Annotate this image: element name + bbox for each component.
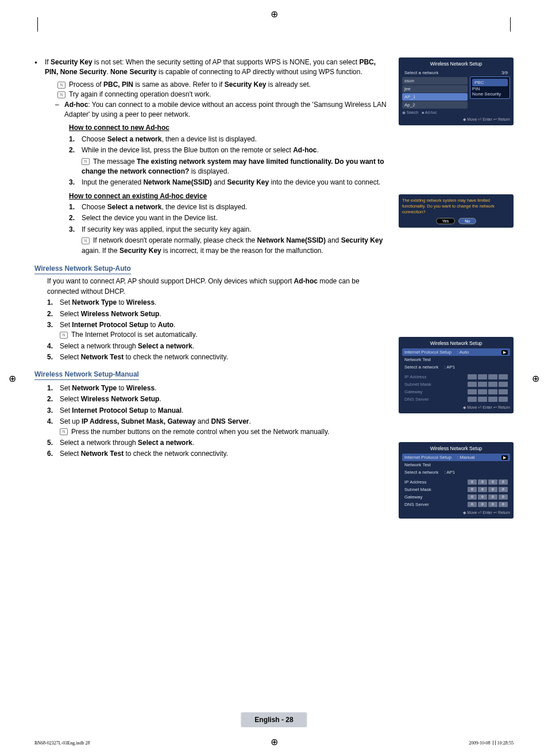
text: and xyxy=(326,236,341,244)
text-bold: Security Key xyxy=(227,178,269,186)
text: Set xyxy=(60,406,72,415)
label: Network Test xyxy=(404,357,431,362)
bullet-security-key: If Security Key is not set: When the sec… xyxy=(34,57,387,256)
text: to check the network connectivity. xyxy=(124,353,228,361)
text: . xyxy=(159,310,161,318)
ip-octet[interactable]: 0 xyxy=(488,487,497,492)
text-bold: Ad-hoc xyxy=(294,277,318,285)
text: . xyxy=(317,146,319,154)
text: . xyxy=(192,439,194,447)
text: and xyxy=(212,178,227,186)
text-bold: Security Key xyxy=(225,80,267,89)
text: and xyxy=(196,417,211,425)
ip-octet[interactable]: 0 xyxy=(499,487,508,492)
ip-octet[interactable]: 0 xyxy=(499,502,508,507)
osd-setup-auto: Wireless Network Setup Internet Protocol… xyxy=(399,337,514,413)
yes-button[interactable]: Yes xyxy=(436,218,455,224)
list-item: jee xyxy=(402,85,468,93)
text: . xyxy=(192,342,194,350)
label: Select a network xyxy=(404,364,438,370)
text: Set xyxy=(60,321,72,329)
text: is incorrect, it may be the reason for t… xyxy=(161,247,323,255)
text-bold: DNS Server xyxy=(211,417,249,425)
text: Press the number buttons on the remote c… xyxy=(71,428,329,436)
text-bold: Security Key xyxy=(51,58,92,66)
text-bold: None Security xyxy=(110,68,157,76)
text: to xyxy=(148,406,158,415)
text: Select a network through xyxy=(60,342,138,350)
text-bold: Manual xyxy=(158,406,182,415)
ip-octet[interactable]: 0 xyxy=(468,494,477,500)
ip-octet[interactable]: 0 xyxy=(478,487,487,492)
cropmark-bottom-icon: ⊕ xyxy=(271,736,278,747)
cropmark-left-icon: ⊕ xyxy=(9,373,16,383)
trim-mark xyxy=(37,17,38,32)
sidebar-figures: Wireless Network Setup Select a network3… xyxy=(399,57,514,530)
text: . xyxy=(249,417,251,425)
text: Select the device you want in the Device… xyxy=(82,214,218,222)
ip-octet[interactable]: 0 xyxy=(468,487,477,492)
ip-octet[interactable]: 0 xyxy=(488,502,497,507)
label: Select a network xyxy=(404,470,438,475)
label: IP Address xyxy=(404,479,427,485)
text-bold: Ad-hoc xyxy=(64,101,88,109)
osd-footer: ◆ Move ⏎ Enter ↩ Return xyxy=(402,405,510,410)
text: is same as above. Refer to if xyxy=(133,80,225,89)
text-bold: Security Key xyxy=(341,236,383,244)
label: Subnet Mask xyxy=(404,382,431,387)
osd-footer: ◆ Move ⏎ Enter ↩ Return xyxy=(402,117,510,122)
text: is displayed. xyxy=(189,167,229,175)
text: Select xyxy=(60,395,81,403)
text: again. If the xyxy=(82,247,119,255)
heading-exist-adhoc: How to connect an existing Ad-hoc device xyxy=(69,191,387,201)
ip-octet[interactable]: 0 xyxy=(499,494,508,500)
text: Select xyxy=(60,353,81,361)
text: . xyxy=(182,406,183,415)
ip-octet[interactable]: 0 xyxy=(468,479,477,485)
ip-octet[interactable]: 0 xyxy=(488,494,497,500)
hint-search: Search xyxy=(407,110,419,114)
label: Subnet Mask xyxy=(404,487,431,492)
text-bold: Network Test xyxy=(81,353,124,361)
arrow-right-icon[interactable]: ▶ xyxy=(501,455,508,460)
text: , the device list is displayed. xyxy=(161,203,247,211)
ip-octet[interactable]: 0 xyxy=(478,479,487,485)
text-bold: Network Test xyxy=(81,450,124,458)
text: Set up xyxy=(60,417,82,425)
ip-octet[interactable]: 0 xyxy=(499,479,508,485)
page: ⊕ ⊕ ⊕ ⊕ If Security Key is not set: When… xyxy=(0,0,548,756)
osd-network-list: Wireless Network Setup Select a network3… xyxy=(399,57,514,125)
note-icon: N xyxy=(60,332,68,339)
list-item-selected: AP_1 xyxy=(402,93,468,101)
text: If xyxy=(45,58,51,66)
osd-footer: ◆ Move ⏎ Enter ↩ Return xyxy=(402,511,510,515)
label: Gateway xyxy=(404,389,423,394)
text: to xyxy=(117,298,126,306)
text: . xyxy=(159,395,161,403)
ip-octet[interactable]: 0 xyxy=(478,502,487,507)
text-bold: Network Name(SSID) xyxy=(143,178,211,186)
text-bold: Select a network xyxy=(138,439,192,447)
text: Set xyxy=(60,298,72,306)
count: 3/9 xyxy=(501,70,508,75)
label: DNS Server xyxy=(404,502,429,507)
label: Select a network xyxy=(404,70,438,75)
text: If you want to connect AP, AP should sup… xyxy=(47,277,294,285)
heading-manual: Wireless Network Setup-Manual xyxy=(34,370,139,380)
text: to xyxy=(148,321,158,329)
text-bold: Select a network xyxy=(107,203,162,211)
ip-octet[interactable]: 0 xyxy=(478,494,487,500)
text: Try again if connecting operation doesn'… xyxy=(69,90,211,98)
no-button[interactable]: No xyxy=(458,218,476,224)
note-icon: N xyxy=(82,237,90,244)
text-bold: Wireless Network Setup xyxy=(81,310,160,318)
text: . xyxy=(155,384,156,392)
text-bold: Select a network xyxy=(138,342,192,350)
ip-octet[interactable]: 0 xyxy=(468,502,477,507)
osd-confirm-dialog: The existing network system may have lim… xyxy=(399,194,514,228)
value: : AP1 xyxy=(438,470,508,475)
arrow-right-icon[interactable]: ▶ xyxy=(501,350,508,355)
ip-octet[interactable]: 0 xyxy=(488,479,497,485)
text: , then a device list is displayed. xyxy=(161,135,256,143)
text: is already set. xyxy=(267,80,311,89)
